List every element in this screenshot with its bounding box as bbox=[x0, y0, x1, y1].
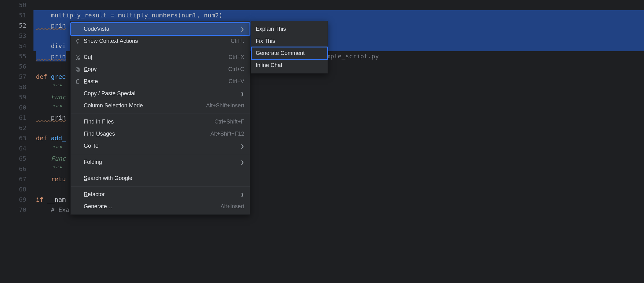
line-number: 70 bbox=[0, 205, 26, 215]
line-number: 66 bbox=[0, 164, 26, 174]
menu-shortcut: Ctrl+Shift+F bbox=[214, 119, 244, 125]
menu-label: CodeVista bbox=[84, 26, 228, 32]
menu-shortcut: Alt+Insert bbox=[220, 203, 244, 210]
chevron-right-icon: ❯ bbox=[240, 192, 244, 197]
menu-item-cut[interactable]: Cut Ctrl+X bbox=[71, 51, 250, 63]
line-number: 68 bbox=[0, 184, 26, 195]
menu-shortcut: Alt+Shift+F12 bbox=[210, 131, 244, 137]
menu-item-refactor[interactable]: Refactor ❯ bbox=[71, 188, 250, 200]
menu-label: Show Context Actions bbox=[84, 38, 218, 44]
menu-separator bbox=[71, 170, 250, 170]
menu-item-find-in-files[interactable]: Find in Files Ctrl+Shift+F bbox=[71, 116, 250, 128]
submenu-item-inline-chat[interactable]: Inline Chat bbox=[251, 59, 328, 71]
line-number-current: 52 bbox=[0, 20, 26, 31]
menu-item-context-actions[interactable]: Show Context Actions Ctrl+. bbox=[71, 35, 250, 47]
inline-hint-path: mple_script.py bbox=[327, 51, 379, 61]
line-number[interactable]: 69 bbox=[0, 195, 26, 205]
menu-label: Go To bbox=[84, 143, 228, 149]
menu-label: Cut bbox=[84, 54, 216, 61]
context-submenu-codevista[interactable]: Explain This Fix This Generate Comment I… bbox=[251, 21, 328, 74]
submenu-item-generate-comment[interactable]: Generate Comment bbox=[251, 47, 328, 59]
menu-label: Copy bbox=[84, 66, 216, 73]
paste-icon bbox=[75, 79, 84, 84]
menu-label: Find in Files bbox=[84, 119, 202, 125]
menu-shortcut: Ctrl+C bbox=[228, 66, 244, 73]
menu-item-goto[interactable]: Go To ❯ bbox=[71, 140, 250, 152]
line-number: 56 bbox=[0, 61, 26, 72]
chevron-right-icon: ❯ bbox=[240, 91, 244, 96]
menu-separator bbox=[71, 114, 250, 114]
line-number: 55 bbox=[0, 51, 26, 61]
svg-rect-3 bbox=[77, 69, 80, 71]
line-number: 53 bbox=[0, 31, 26, 41]
chevron-right-icon: ❯ bbox=[240, 27, 244, 32]
menu-label: Find Usages bbox=[84, 131, 198, 137]
menu-label: Search with Google bbox=[84, 175, 244, 182]
menu-label: Copy / Paste Special bbox=[84, 90, 228, 97]
line-number: 63 bbox=[0, 133, 26, 143]
copy-icon bbox=[75, 67, 84, 72]
menu-item-folding[interactable]: Folding ❯ bbox=[71, 156, 250, 168]
line-number: 57 bbox=[0, 72, 26, 82]
menu-label: Generate Comment bbox=[256, 50, 322, 56]
menu-label: Inline Chat bbox=[256, 62, 322, 69]
menu-separator bbox=[71, 49, 250, 49]
code-line[interactable]: multiply_result = multiply_numbers(num1,… bbox=[33, 10, 644, 20]
menu-shortcut: Ctrl+X bbox=[228, 54, 244, 61]
line-number: 51 bbox=[0, 10, 26, 20]
line-number: 60 bbox=[0, 102, 26, 113]
svg-point-1 bbox=[76, 58, 77, 60]
submenu-item-fix[interactable]: Fix This bbox=[251, 35, 328, 47]
menu-item-copy-paste-special[interactable]: Copy / Paste Special ❯ bbox=[71, 88, 250, 100]
line-number: 59 bbox=[0, 92, 26, 102]
menu-item-codevista[interactable]: CodeVista ❯ bbox=[71, 23, 250, 35]
menu-label: Generate… bbox=[84, 203, 208, 210]
menu-separator bbox=[71, 186, 250, 186]
menu-shortcut: Ctrl+. bbox=[231, 38, 244, 44]
svg-point-2 bbox=[78, 58, 80, 60]
chevron-right-icon: ❯ bbox=[240, 144, 244, 149]
line-number: 67 bbox=[0, 174, 26, 184]
menu-item-generate[interactable]: Generate… Alt+Insert bbox=[71, 200, 250, 213]
chevron-right-icon: ❯ bbox=[240, 160, 244, 165]
bulb-icon bbox=[75, 38, 84, 44]
line-number: 50 bbox=[0, 0, 26, 10]
menu-label: Column Selection Mode bbox=[84, 102, 194, 109]
menu-label: Refactor bbox=[84, 191, 228, 198]
menu-item-search-google[interactable]: Search with Google bbox=[71, 172, 250, 184]
cut-icon bbox=[75, 55, 84, 60]
menu-item-paste[interactable]: Paste Ctrl+V bbox=[71, 75, 250, 88]
svg-point-0 bbox=[77, 39, 79, 42]
svg-rect-4 bbox=[76, 68, 79, 70]
menu-item-column-selection[interactable]: Column Selection Mode Alt+Shift+Insert bbox=[71, 100, 250, 112]
editor-gutter: 50 51 52 53 54 55 56 57 58 59 60 61 62 6… bbox=[0, 0, 33, 283]
line-number: 61 bbox=[0, 113, 26, 123]
menu-label: Paste bbox=[84, 78, 216, 85]
menu-label: Folding bbox=[84, 159, 228, 165]
line-number: 62 bbox=[0, 123, 26, 133]
submenu-item-explain[interactable]: Explain This bbox=[251, 23, 328, 35]
menu-separator bbox=[71, 154, 250, 154]
menu-item-find-usages[interactable]: Find Usages Alt+Shift+F12 bbox=[71, 128, 250, 140]
menu-label: Explain This bbox=[256, 26, 322, 32]
line-number: 65 bbox=[0, 154, 26, 164]
context-menu[interactable]: CodeVista ❯ Show Context Actions Ctrl+. … bbox=[70, 21, 250, 215]
menu-shortcut: Ctrl+V bbox=[228, 78, 244, 85]
line-number: 64 bbox=[0, 143, 26, 154]
line-number: 54 bbox=[0, 41, 26, 51]
menu-shortcut: Alt+Shift+Insert bbox=[206, 102, 244, 109]
line-number: 58 bbox=[0, 82, 26, 92]
menu-label: Fix This bbox=[256, 38, 322, 44]
menu-item-copy[interactable]: Copy Ctrl+C bbox=[71, 63, 250, 75]
